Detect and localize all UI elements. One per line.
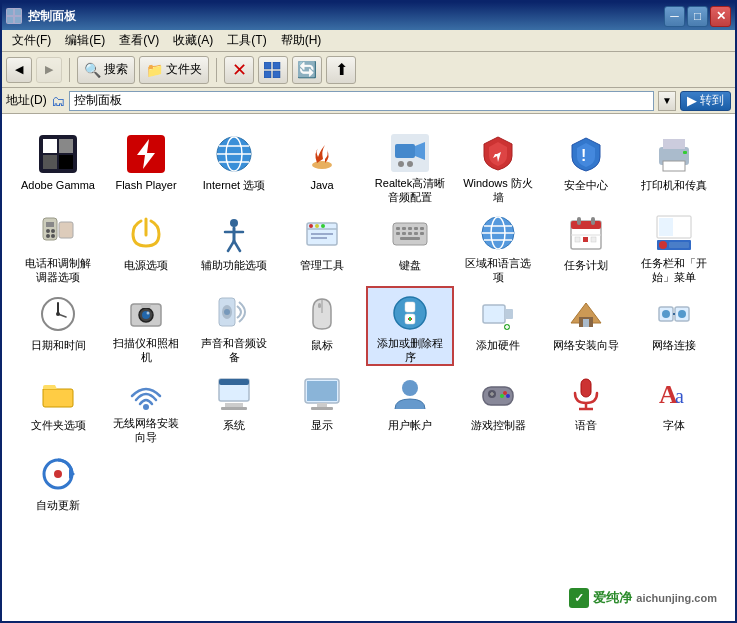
- svg-rect-102: [583, 319, 589, 327]
- icon-wireless-setup[interactable]: 无线网络安装向导: [102, 366, 190, 446]
- title-bar-buttons: ─ □ ✕: [664, 6, 731, 27]
- icon-adobe-gamma[interactable]: Adobe Gamma: [14, 126, 102, 206]
- minimize-button[interactable]: ─: [664, 6, 685, 27]
- icon-accessibility[interactable]: 辅助功能选项: [190, 206, 278, 286]
- icon-label-realtek-audio: Realtek高清晰音频配置: [372, 176, 448, 205]
- icon-sound-audio[interactable]: 声音和音频设备: [190, 286, 278, 366]
- svg-rect-97: [505, 309, 513, 319]
- icon-img-display: [302, 374, 342, 414]
- address-input[interactable]: [74, 94, 649, 108]
- up-button[interactable]: ⬆: [326, 56, 356, 84]
- icon-phone-modem[interactable]: 电话和调制解调器选项: [14, 206, 102, 286]
- icon-printers[interactable]: 打印机和传真: [630, 126, 718, 206]
- icon-mouse[interactable]: 鼠标: [278, 286, 366, 366]
- icon-network-setup[interactable]: 网络安装向导: [542, 286, 630, 366]
- icon-label-internet-options: Internet 选项: [203, 178, 265, 192]
- svg-rect-31: [43, 218, 57, 240]
- svg-rect-7: [273, 71, 280, 78]
- svg-rect-1: [15, 9, 21, 15]
- folders-button[interactable]: 📁 文件夹: [139, 56, 209, 84]
- svg-point-20: [312, 161, 332, 169]
- icon-add-hardware[interactable]: 添加硬件: [454, 286, 542, 366]
- svg-rect-66: [577, 217, 581, 225]
- icon-img-auto-update: [38, 454, 78, 494]
- window-icon: [6, 8, 22, 24]
- toolbar-separator-2: [216, 58, 217, 82]
- icon-java[interactable]: Java: [278, 126, 366, 206]
- icon-add-remove[interactable]: 添加或删除程序: [366, 286, 454, 366]
- icon-auto-update[interactable]: 自动更新: [14, 446, 102, 526]
- svg-rect-58: [400, 237, 420, 240]
- icon-img-keyboard: [390, 214, 430, 254]
- delete-button[interactable]: ✕: [224, 56, 254, 84]
- svg-rect-92: [405, 302, 415, 312]
- icon-taskbar-start[interactable]: 任务栏和「开始」菜单: [630, 206, 718, 286]
- svg-rect-0: [7, 9, 13, 15]
- search-button[interactable]: 🔍 搜索: [77, 56, 135, 84]
- icon-img-printers: [654, 134, 694, 174]
- svg-rect-45: [311, 233, 333, 235]
- icon-img-datetime: [38, 294, 78, 334]
- svg-rect-5: [273, 62, 280, 69]
- maximize-button[interactable]: □: [687, 6, 708, 27]
- svg-rect-29: [663, 161, 685, 171]
- address-label: 地址(D): [6, 92, 47, 109]
- icon-speech[interactable]: 语音: [542, 366, 630, 446]
- icon-label-taskbar-start: 任务栏和「开始」菜单: [636, 256, 712, 285]
- icon-realtek-audio[interactable]: Realtek高清晰音频配置: [366, 126, 454, 206]
- icon-img-system: [214, 374, 254, 414]
- icon-scanner-camera[interactable]: 扫描仪和照相机: [102, 286, 190, 366]
- icon-power-options[interactable]: 电源选项: [102, 206, 190, 286]
- svg-rect-85: [141, 304, 151, 308]
- icon-windows-firewall[interactable]: Windows 防火墙: [454, 126, 542, 206]
- icon-keyboard[interactable]: 键盘: [366, 206, 454, 286]
- menu-file[interactable]: 文件(F): [6, 30, 57, 51]
- icon-flash-player[interactable]: Flash Player: [102, 126, 190, 206]
- svg-rect-49: [402, 227, 406, 230]
- back-button[interactable]: ◀: [6, 57, 32, 83]
- menu-favorites[interactable]: 收藏(A): [167, 30, 219, 51]
- forward-button[interactable]: ▶: [36, 57, 62, 83]
- icon-regional-lang[interactable]: 区域和语言选项: [454, 206, 542, 286]
- svg-point-34: [51, 229, 55, 233]
- icon-scheduled-tasks[interactable]: 任务计划: [542, 206, 630, 286]
- svg-point-84: [147, 312, 150, 315]
- icon-display[interactable]: 显示: [278, 366, 366, 446]
- icon-network-connections[interactable]: 网络连接: [630, 286, 718, 366]
- icon-user-accounts[interactable]: 用户帐户: [366, 366, 454, 446]
- icon-label-mouse: 鼠标: [311, 338, 333, 352]
- svg-rect-110: [219, 379, 249, 385]
- close-button[interactable]: ✕: [710, 6, 731, 27]
- icon-internet-options[interactable]: Internet 选项: [190, 126, 278, 206]
- icon-img-security-center: !: [566, 134, 606, 174]
- menu-edit[interactable]: 编辑(E): [59, 30, 111, 51]
- menu-tools[interactable]: 工具(T): [221, 30, 272, 51]
- icon-admin-tools[interactable]: 管理工具: [278, 206, 366, 286]
- svg-point-80: [56, 312, 60, 316]
- svg-rect-54: [402, 232, 406, 235]
- icon-img-phone-modem: [38, 214, 78, 252]
- icon-datetime[interactable]: 日期和时间: [14, 286, 102, 366]
- refresh-button[interactable]: 🔄: [292, 56, 322, 84]
- icon-fonts[interactable]: Aa字体: [630, 366, 718, 446]
- view-button[interactable]: [258, 56, 288, 84]
- svg-rect-70: [583, 237, 588, 242]
- go-button[interactable]: ▶ 转到: [680, 91, 731, 111]
- svg-point-42: [309, 224, 313, 228]
- icon-folder-options[interactable]: 文件夹选项: [14, 366, 102, 446]
- svg-rect-6: [264, 71, 271, 78]
- icon-label-scanner-camera: 扫描仪和照相机: [108, 336, 184, 365]
- address-dropdown[interactable]: ▼: [658, 91, 676, 111]
- svg-rect-114: [307, 381, 337, 401]
- svg-rect-3: [15, 17, 21, 23]
- icon-game-controllers[interactable]: 游戏控制器: [454, 366, 542, 446]
- icon-label-system: 系统: [223, 418, 245, 432]
- icon-img-internet-options: [214, 134, 254, 174]
- menu-view[interactable]: 查看(V): [113, 30, 165, 51]
- menu-help[interactable]: 帮助(H): [275, 30, 328, 51]
- svg-rect-90: [318, 303, 321, 308]
- icon-label-display: 显示: [311, 418, 333, 432]
- icon-security-center[interactable]: !安全中心: [542, 126, 630, 206]
- icon-system[interactable]: 系统: [190, 366, 278, 446]
- svg-point-108: [143, 404, 149, 410]
